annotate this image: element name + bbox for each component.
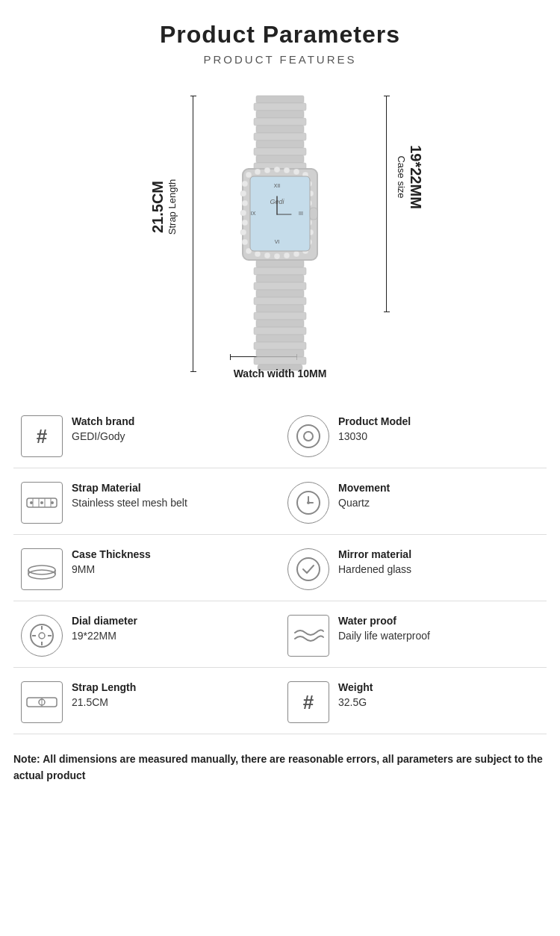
svg-rect-16: [254, 103, 306, 111]
svg-point-28: [264, 167, 270, 173]
svg-rect-13: [254, 357, 306, 365]
svg-rect-9: [254, 327, 306, 335]
svg-rect-21: [256, 140, 304, 148]
param-mirror-material: Mirror material Hardened glass: [280, 535, 547, 601]
svg-point-31: [293, 169, 299, 175]
svg-point-64: [304, 432, 313, 441]
svg-rect-7: [254, 312, 306, 320]
watch-width-label: Watch width 10MM: [234, 368, 327, 379]
params-grid: # Watch brand GEDI/Gody Product Model 13…: [0, 402, 560, 734]
param-watch-brand: # Watch brand GEDI/Gody: [13, 402, 280, 468]
param-dial-diameter: Dial diameter 19*22MM: [13, 601, 280, 668]
svg-point-27: [255, 169, 261, 175]
svg-point-76: [307, 501, 310, 504]
svg-point-70: [30, 501, 33, 504]
svg-rect-5: [254, 297, 306, 305]
check-circle-icon: [287, 548, 329, 590]
svg-rect-1: [254, 267, 306, 275]
svg-rect-10: [256, 335, 304, 342]
svg-rect-17: [256, 111, 304, 118]
svg-text:III: III: [299, 211, 303, 216]
svg-rect-2: [256, 275, 304, 282]
svg-rect-8: [256, 320, 304, 327]
dial-icon: [21, 615, 63, 657]
product-features-label: PRODUCT FEATURES: [0, 53, 560, 66]
param-weight: # Weight 32.5G: [280, 668, 547, 734]
svg-point-48: [240, 229, 246, 235]
circle-dot-icon: [287, 415, 329, 457]
hash-icon: #: [21, 415, 63, 457]
case-size-line: [386, 96, 387, 312]
note-section: Note: All dimensions are measured manual…: [0, 734, 560, 799]
svg-point-52: [240, 190, 246, 196]
param-product-model: Product Model 13030: [280, 402, 547, 468]
strap-buckle-icon: [21, 681, 63, 723]
svg-rect-6: [256, 305, 304, 312]
svg-rect-3: [254, 282, 306, 290]
svg-point-81: [297, 558, 320, 580]
case-size-label: 19*22MM Case size: [396, 145, 424, 209]
strap-length-line: [193, 96, 193, 372]
hash2-icon: #: [287, 681, 329, 723]
svg-rect-18: [254, 118, 306, 125]
svg-point-49: [242, 220, 248, 226]
note-text: Note: All dimensions are measured manual…: [13, 751, 547, 784]
param-strap-material: Strap Material Stainless steel mesh belt: [13, 468, 280, 535]
svg-rect-62: [310, 208, 317, 220]
page-title: Product Parameters: [0, 0, 560, 53]
clock-icon: [287, 482, 329, 524]
strap-icon: [21, 482, 63, 524]
svg-point-45: [255, 251, 261, 257]
svg-text:IX: IX: [251, 211, 256, 216]
svg-rect-11: [254, 342, 306, 350]
svg-point-50: [240, 210, 246, 216]
svg-point-29: [274, 167, 280, 173]
svg-rect-12: [256, 350, 304, 357]
param-movement: Movement Quartz: [280, 468, 547, 535]
svg-text:VI: VI: [275, 239, 280, 244]
svg-point-44: [264, 252, 270, 258]
param-waterproof: Water proof Daily life waterproof: [280, 601, 547, 668]
svg-point-30: [284, 167, 290, 173]
svg-point-43: [274, 253, 280, 259]
svg-rect-19: [256, 125, 304, 133]
watch-diagram: 21.5CM Strap Length 19*22MM Case size: [0, 73, 560, 394]
strap-length-label: 21.5CM Strap Length: [149, 179, 178, 235]
svg-rect-22: [254, 148, 306, 155]
svg-point-87: [39, 633, 45, 639]
svg-point-42: [284, 252, 290, 258]
svg-point-53: [242, 181, 248, 187]
svg-point-71: [40, 501, 43, 504]
svg-rect-23: [256, 155, 304, 163]
svg-point-26: [246, 172, 252, 178]
svg-text:XII: XII: [274, 183, 281, 188]
svg-rect-0: [256, 260, 304, 267]
svg-rect-4: [256, 290, 304, 297]
svg-point-51: [242, 200, 248, 206]
param-case-thickness: Case Thickness 9MM: [13, 535, 280, 601]
svg-rect-20: [254, 133, 306, 140]
svg-point-63: [297, 425, 320, 447]
watch-illustration: Gedi XII III VI IX: [220, 88, 340, 382]
ring-icon: [21, 548, 63, 590]
svg-rect-15: [256, 96, 304, 103]
svg-point-72: [51, 501, 54, 504]
waves-icon: [287, 615, 329, 657]
param-strap-length: Strap Length 21.5CM: [13, 668, 280, 734]
svg-point-41: [293, 251, 299, 257]
svg-point-47: [242, 239, 248, 245]
